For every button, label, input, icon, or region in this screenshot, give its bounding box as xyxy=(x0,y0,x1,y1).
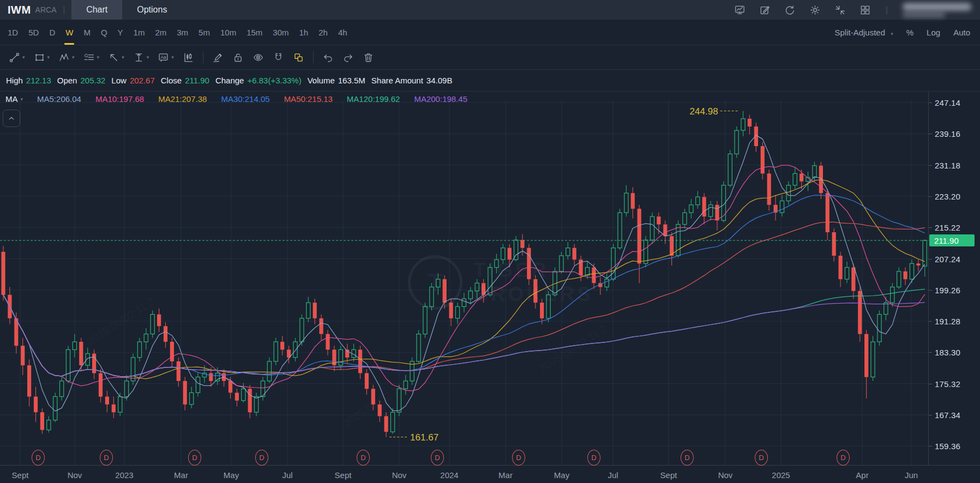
ma-legend-item-ma200[interactable]: MA200:198.45 xyxy=(414,94,467,104)
timeframe-3m[interactable]: 3m xyxy=(177,20,188,45)
multi-draw-tool[interactable] xyxy=(288,45,309,69)
ma-dropdown[interactable]: MA ▾ xyxy=(5,94,23,104)
timeframe-4h[interactable]: 4h xyxy=(338,20,347,45)
timeframe-1d[interactable]: 1D xyxy=(8,20,18,45)
dividend-marker[interactable]: D xyxy=(755,450,768,466)
dividend-marker[interactable]: D xyxy=(188,450,201,466)
svg-text:G: G xyxy=(84,53,88,58)
refresh-button[interactable] xyxy=(784,4,796,16)
dividend-marker[interactable]: D xyxy=(255,450,268,466)
exchange-label: ARCA xyxy=(35,5,57,14)
unlock-tool[interactable] xyxy=(228,45,248,69)
timeframe-10m[interactable]: 10m xyxy=(220,20,236,45)
eye-icon xyxy=(252,52,264,63)
magnet-tool[interactable] xyxy=(268,45,288,69)
arrow-tool[interactable]: ▾ xyxy=(104,45,129,69)
rectangle-tool[interactable]: ▾ xyxy=(29,45,55,69)
edit-button[interactable] xyxy=(759,4,771,16)
timeframe-y[interactable]: Y xyxy=(118,20,123,45)
trend-line-tool[interactable]: ▾ xyxy=(4,45,29,69)
chart-pane[interactable]: MA ▾ MA5:206.04MA10:197.68MA21:207.38MA3… xyxy=(0,91,980,483)
time-axis[interactable]: SeptNov2023MarMayJulSeptNov2024MarMayJul… xyxy=(0,465,980,483)
price-tick-label: 199.26 xyxy=(935,285,960,294)
svg-text:244.98: 244.98 xyxy=(690,106,718,117)
collapse-panel-button[interactable] xyxy=(3,110,20,127)
timeframe-1m[interactable]: 1m xyxy=(134,20,145,45)
arrow-icon xyxy=(108,52,119,63)
edit-icon xyxy=(759,4,771,16)
price-tick-label: 167.34 xyxy=(935,410,960,420)
timeframe-5m[interactable]: 5m xyxy=(199,20,210,45)
chevron-down-icon: ▾ xyxy=(97,55,100,60)
dividend-marker[interactable]: D xyxy=(100,450,113,466)
time-axis-label: Jul xyxy=(608,470,618,480)
measure-tool[interactable]: ▾ xyxy=(129,45,154,69)
measure-icon xyxy=(133,52,145,63)
layout-grid-button[interactable] xyxy=(859,4,871,16)
ma-legend-item-ma30[interactable]: MA30:214.05 xyxy=(221,94,269,104)
timeframe-w[interactable]: W xyxy=(65,20,73,45)
info-label-change: Change xyxy=(215,76,244,85)
price-tick-mark xyxy=(929,227,932,228)
dividend-marker[interactable]: D xyxy=(512,450,525,466)
tab-chart[interactable]: Chart xyxy=(71,0,122,20)
split-adjusted-dropdown[interactable]: Split-Adjusted ▾ xyxy=(835,28,893,37)
time-axis-label: Nov xyxy=(392,470,407,480)
log-scale-button[interactable]: Log xyxy=(927,28,940,37)
price-tick-mark xyxy=(929,102,932,103)
timeframe-15m[interactable]: 15m xyxy=(246,20,262,45)
timeframe-q[interactable]: Q xyxy=(101,20,107,45)
symbol-label: IWM xyxy=(8,4,31,16)
dividend-marker[interactable]: D xyxy=(681,450,694,466)
gann-icon: G xyxy=(83,52,95,63)
ma-legend-item-ma10[interactable]: MA10:197.68 xyxy=(95,94,144,104)
trash-tool[interactable] xyxy=(358,45,378,69)
ma-legend-item-ma50[interactable]: MA50:215.13 xyxy=(284,94,333,104)
text-tool[interactable]: Aa▾ xyxy=(153,45,178,69)
candlestick-chart[interactable]: 244.98161.67 xyxy=(0,100,928,465)
timeframe-2m[interactable]: 2m xyxy=(155,20,166,45)
ma-legend-item-ma5[interactable]: MA5:206.04 xyxy=(37,94,81,104)
timeframe-bar-list: 1D5DDWMQY1m2m3m5m10m15m30m1h2h4h xyxy=(8,20,347,45)
price-axis[interactable]: 211.90 247.14239.16231.18223.20215.22207… xyxy=(928,92,980,465)
redo-tool[interactable] xyxy=(338,45,358,69)
wave-tool[interactable]: ▾ xyxy=(54,45,79,69)
timeframe-d[interactable]: D xyxy=(49,20,55,45)
chart-window-button[interactable] xyxy=(734,4,745,16)
chevron-down-icon: ▾ xyxy=(171,55,174,60)
timeframe-2h[interactable]: 2h xyxy=(318,20,328,45)
chevron-down-icon: ▾ xyxy=(891,31,893,37)
ma-label: MA xyxy=(5,94,18,104)
dividend-marker[interactable]: D xyxy=(431,450,444,466)
time-axis-label: Sept xyxy=(335,470,352,480)
time-axis-label: Apr xyxy=(856,470,868,480)
timeframe-1h[interactable]: 1h xyxy=(299,20,309,45)
eye-tool[interactable] xyxy=(248,45,268,69)
ma-legend-item-ma21[interactable]: MA21:207.38 xyxy=(158,94,207,104)
dividend-marker[interactable]: D xyxy=(587,450,600,466)
price-tick-mark xyxy=(929,352,932,353)
dividend-marker[interactable]: D xyxy=(357,450,370,466)
tab-options[interactable]: Options xyxy=(122,0,182,20)
price-tick-mark xyxy=(929,290,932,291)
timeframe-m[interactable]: M xyxy=(83,20,91,45)
chevron-down-icon: ▾ xyxy=(122,55,124,60)
settings-button[interactable] xyxy=(809,4,821,16)
svg-text:Aa: Aa xyxy=(161,54,167,59)
undo-tool[interactable] xyxy=(318,45,338,69)
collapse-button[interactable] xyxy=(834,4,846,16)
tab-chart-label: Chart xyxy=(86,5,107,15)
chart-style-tool[interactable] xyxy=(178,45,199,69)
gann-tool[interactable]: G▾ xyxy=(79,45,104,69)
split-adjusted-label: Split-Adjusted xyxy=(835,28,886,37)
price-tick-label: 207.24 xyxy=(935,254,960,263)
time-axis-label: Jul xyxy=(282,470,292,480)
ma-legend-item-ma120[interactable]: MA120:199.62 xyxy=(347,94,400,104)
brush-tool[interactable] xyxy=(208,45,228,69)
timeframe-30m[interactable]: 30m xyxy=(273,20,288,45)
auto-scale-button[interactable]: Auto xyxy=(953,28,970,37)
dividend-marker[interactable]: D xyxy=(837,450,850,466)
timeframe-5d[interactable]: 5D xyxy=(28,20,39,45)
percent-scale-button[interactable]: % xyxy=(906,28,913,37)
dividend-marker[interactable]: D xyxy=(32,450,45,466)
